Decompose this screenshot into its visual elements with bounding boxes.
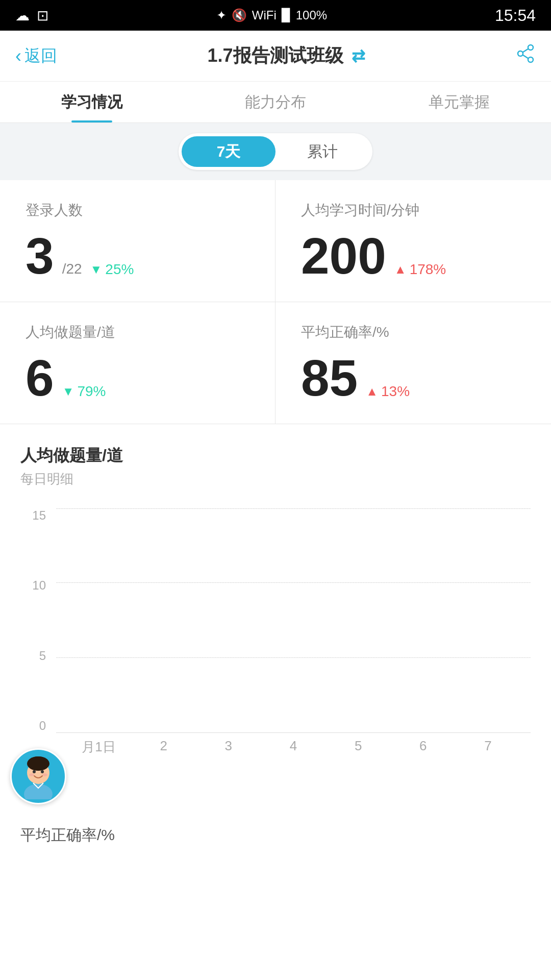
svg-line-3 xyxy=(522,49,528,53)
stat-time-change: ▲ 178% xyxy=(394,261,446,278)
y-label-0: 0 xyxy=(39,719,46,733)
back-button[interactable]: ‹ 返回 xyxy=(15,45,57,67)
stat-time-value-row: 200 ▲ 178% xyxy=(301,230,531,281)
status-center-icons: ✦ 🔇 WiFi ▉ 100% xyxy=(216,8,327,22)
stat-questions-number: 6 xyxy=(26,352,54,403)
tab-bar: 学习情况 能力分布 单元掌握 xyxy=(0,82,551,123)
stat-accuracy-change: ▲ 13% xyxy=(366,383,410,400)
svg-point-11 xyxy=(42,773,47,776)
stat-questions-change-value: 79% xyxy=(77,383,106,400)
x-label-5: 6 xyxy=(391,738,456,756)
stat-accuracy: 平均正确率/% 85 ▲ 13% xyxy=(276,302,551,424)
period-toggle: 7天 累计 xyxy=(179,133,372,170)
y-label-10: 10 xyxy=(32,578,46,593)
tab-unit[interactable]: 单元掌握 xyxy=(367,82,551,122)
svg-point-7 xyxy=(29,756,47,767)
y-axis-labels: 15 10 5 0 xyxy=(20,508,51,733)
stat-accuracy-label: 平均正确率/% xyxy=(301,323,531,342)
avatar xyxy=(10,748,71,810)
x-label-2: 3 xyxy=(196,738,261,756)
back-label: 返回 xyxy=(24,45,57,67)
bar-chart: 15 10 5 0 月1日234567 xyxy=(20,508,531,764)
shuffle-icon[interactable]: ⇄ xyxy=(352,46,365,66)
x-label-1: 2 xyxy=(131,738,196,756)
stat-login-change: ▼ 25% xyxy=(90,261,134,278)
wifi-icon: WiFi xyxy=(252,8,277,22)
stat-login-count: 登录人数 3 /22 ▼ 25% xyxy=(0,180,276,302)
x-label-6: 7 xyxy=(456,738,520,756)
tab-study[interactable]: 学习情况 xyxy=(0,82,184,122)
svg-point-0 xyxy=(528,45,533,50)
stat-login-change-value: 25% xyxy=(105,261,134,278)
stats-grid: 登录人数 3 /22 ▼ 25% 人均学习时间/分钟 200 ▲ 178% 人均… xyxy=(0,180,551,424)
y-label-5: 5 xyxy=(39,649,46,663)
mute-icon: 🔇 xyxy=(232,8,247,22)
svg-point-2 xyxy=(528,57,533,62)
y-label-15: 15 xyxy=(32,508,46,523)
chart-subtitle: 每日明细 xyxy=(20,470,531,488)
stat-time-label: 人均学习时间/分钟 xyxy=(301,201,531,220)
x-label-0: 月1日 xyxy=(66,738,131,756)
page-title: 1.7报告测试班级 xyxy=(207,43,343,68)
x-label-3: 4 xyxy=(261,738,325,756)
stat-accuracy-number: 85 xyxy=(301,352,358,403)
bluetooth-icon: ✦ xyxy=(216,8,227,22)
chart-inner xyxy=(56,508,531,733)
stat-questions: 人均做题量/道 6 ▼ 79% xyxy=(0,302,276,424)
header-title-group: 1.7报告测试班级 ⇄ xyxy=(207,43,365,68)
image-icon: ⊡ xyxy=(37,7,48,24)
stat-accuracy-value-row: 85 ▲ 13% xyxy=(301,352,531,403)
stat-login-value-row: 3 /22 ▼ 25% xyxy=(26,230,255,281)
toggle-section: 7天 累计 xyxy=(0,123,551,180)
chart-section: 人均做题量/道 每日明细 15 10 5 0 月1日234567 xyxy=(0,424,551,774)
stat-time-change-value: 178% xyxy=(410,261,446,278)
svg-point-12 xyxy=(24,784,53,799)
status-time: 15:54 xyxy=(495,6,536,25)
arrow-up-icon: ▲ xyxy=(394,262,407,277)
share-button[interactable] xyxy=(515,43,536,68)
stat-questions-value-row: 6 ▼ 79% xyxy=(26,352,255,403)
toggle-7days[interactable]: 7天 xyxy=(182,136,276,167)
stat-time-number: 200 xyxy=(301,230,386,281)
status-left-icons: ☁ ⊡ xyxy=(15,7,48,24)
stat-questions-change: ▼ 79% xyxy=(62,383,106,400)
signal-icon: ▉ xyxy=(282,8,291,22)
x-label-4: 5 xyxy=(326,738,391,756)
arrow-down-icon: ▼ xyxy=(90,262,103,277)
status-bar: ☁ ⊡ ✦ 🔇 WiFi ▉ 100% 15:54 xyxy=(0,0,551,31)
stat-questions-label: 人均做题量/道 xyxy=(26,323,255,342)
arrow-down-icon-2: ▼ xyxy=(62,384,74,399)
svg-point-8 xyxy=(33,770,36,773)
svg-line-4 xyxy=(522,55,528,59)
stat-study-time: 人均学习时间/分钟 200 ▲ 178% xyxy=(276,180,551,302)
stat-login-number: 3 xyxy=(26,230,54,281)
svg-point-9 xyxy=(41,770,44,773)
app-header: ‹ 返回 1.7报告测试班级 ⇄ xyxy=(0,31,551,82)
bars-container xyxy=(56,508,531,732)
x-axis-labels: 月1日234567 xyxy=(56,733,531,756)
svg-point-10 xyxy=(29,773,34,776)
bottom-chart-label: 平均正确率/% xyxy=(0,810,551,856)
chart-title: 人均做题量/道 xyxy=(20,445,531,467)
cloud-icon: ☁ xyxy=(15,7,30,24)
battery-label: 100% xyxy=(296,8,327,22)
svg-point-1 xyxy=(518,51,523,56)
toggle-cumulative[interactable]: 累计 xyxy=(276,136,369,167)
chevron-left-icon: ‹ xyxy=(15,45,21,67)
time-display: 15:54 xyxy=(495,6,536,25)
tab-ability[interactable]: 能力分布 xyxy=(184,82,367,122)
stat-accuracy-change-value: 13% xyxy=(381,383,410,400)
stat-login-label: 登录人数 xyxy=(26,201,255,220)
stat-login-sub: /22 xyxy=(62,261,82,277)
arrow-up-icon-2: ▲ xyxy=(366,384,378,399)
